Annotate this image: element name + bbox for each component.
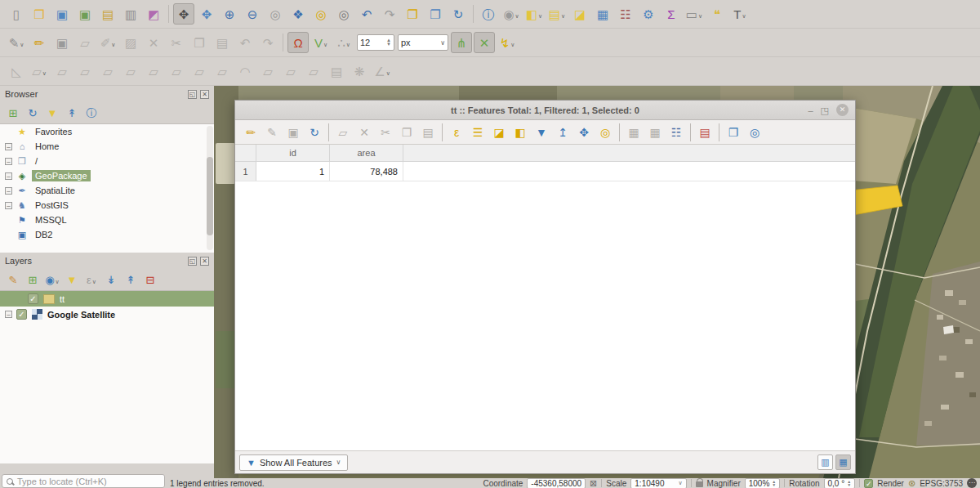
map-tips[interactable]: ❝ — [706, 3, 728, 25]
minimize-button[interactable]: – — [808, 105, 813, 116]
browser-item-db2[interactable]: ▣DB2 — [0, 227, 214, 242]
pan-to-selection[interactable]: ✥ — [196, 3, 217, 25]
deselect-all-layers[interactable]: ◪ — [569, 3, 590, 25]
manage-map-themes[interactable]: ◉∨ — [43, 271, 61, 289]
cell-id[interactable]: 1 — [256, 162, 330, 181]
show-bookmarks[interactable]: ❐ — [425, 3, 446, 25]
topological-editing[interactable]: ⋔ — [451, 32, 472, 53]
layer-google-satellite[interactable]: –✓Google Satellite — [0, 307, 214, 322]
style-manager[interactable]: ◩ — [143, 3, 164, 25]
new-print-layout[interactable]: ▤ — [97, 3, 118, 25]
browser-close-button[interactable]: ✕ — [200, 90, 209, 99]
filter-browser[interactable]: ▼ — [43, 104, 61, 122]
current-edits[interactable]: ✎∨ — [6, 32, 27, 53]
spinner-arrows-icon[interactable]: ▲▼ — [772, 480, 776, 486]
collapse-all[interactable]: ↟ — [63, 104, 81, 122]
expander-icon[interactable]: – — [5, 202, 12, 209]
zoom-out[interactable]: ⊖ — [242, 3, 263, 25]
browser-item-spatialite[interactable]: –✒SpatiaLite — [0, 183, 214, 198]
zoom-to-layer[interactable]: ◎ — [333, 3, 354, 25]
zoom-full[interactable]: ❖ — [287, 3, 309, 25]
table-view-toggle[interactable]: ▦ — [835, 454, 851, 470]
browser-item-postgis[interactable]: –♞PostGIS — [0, 198, 214, 213]
field-calculator[interactable]: ☷ — [615, 3, 636, 25]
layer-visibility-checkbox[interactable]: ✓ — [16, 309, 27, 320]
move-selection-to-top[interactable]: ↥ — [553, 123, 572, 142]
crs-indicator[interactable]: EPSG:3753 — [920, 479, 963, 488]
magnifier-spinbox[interactable]: 100% ▲▼ — [745, 478, 781, 488]
cell-area[interactable]: 78,488 — [330, 162, 403, 181]
invert-selection[interactable]: ◪ — [489, 123, 509, 142]
deselect-all[interactable]: ◧ — [510, 123, 530, 142]
expander-icon[interactable]: – — [5, 187, 12, 195]
select-features-by-value[interactable]: ▤∨ — [546, 3, 568, 25]
expander-icon[interactable]: – — [5, 172, 12, 180]
zoom-native[interactable]: ◎ — [265, 3, 286, 25]
show-statistics[interactable]: Σ — [661, 3, 682, 25]
actions-button[interactable]: ◎ — [745, 123, 764, 142]
save-layer-edits[interactable]: ▣ — [51, 32, 73, 53]
filter-select-form[interactable]: ▼ — [532, 123, 551, 142]
browser-item-mssql[interactable]: ⚑MSSQL — [0, 213, 214, 227]
form-view-toggle[interactable]: ▥ — [817, 454, 833, 470]
filter-legend[interactable]: ▼ — [63, 271, 81, 289]
collapse-all-layers[interactable]: ↟ — [122, 271, 140, 289]
toggle-editing[interactable]: ✏ — [29, 32, 50, 53]
locator-input[interactable]: Type to locate (Ctrl+K) — [2, 474, 165, 488]
zoom-next[interactable]: ↷ — [379, 3, 400, 25]
save-project[interactable]: ▣ — [51, 3, 73, 25]
browser-item-home[interactable]: –⌂Home — [0, 139, 214, 154]
identify-features[interactable]: ⓘ — [478, 3, 499, 25]
table-row[interactable]: 1178,488 — [235, 162, 855, 181]
run-feature-action[interactable]: ◉∨ — [501, 3, 522, 25]
globe-icon[interactable]: ⊛ — [908, 479, 915, 488]
open-project[interactable]: ❒ — [29, 3, 50, 25]
zoom-in[interactable]: ⊕ — [219, 3, 240, 25]
column-header-area[interactable]: area — [330, 145, 403, 161]
snapping-on-intersection[interactable]: ✕ — [474, 32, 495, 53]
select-by-expression[interactable]: ε — [447, 123, 466, 142]
expander-icon[interactable]: – — [5, 158, 12, 165]
layer-visibility-checkbox[interactable]: ✓ — [28, 293, 38, 304]
processing-toolbox[interactable]: ⚙ — [638, 3, 659, 25]
browser-item-root[interactable]: –❒/ — [0, 154, 214, 168]
reload-table[interactable]: ↻ — [305, 123, 324, 142]
table-toggle-editing[interactable]: ✏ — [241, 123, 261, 142]
snapping-units-select[interactable]: px∨ — [398, 34, 448, 51]
column-header-id[interactable]: id — [256, 145, 330, 161]
add-group[interactable]: ⊞ — [24, 271, 42, 289]
browser-float-button[interactable]: ◱ — [188, 90, 197, 99]
snapping-tolerance-type[interactable]: ∴∨ — [333, 32, 354, 53]
save-project-as[interactable]: ▣ — [74, 3, 96, 25]
table-corner[interactable] — [235, 145, 256, 161]
lock-icon[interactable] — [696, 481, 703, 487]
expander-icon[interactable]: – — [5, 311, 12, 318]
expand-all[interactable]: ↡ — [102, 271, 120, 289]
refresh-browser[interactable]: ↻ — [24, 104, 42, 122]
messages-log-icon[interactable]: ⋯ — [967, 478, 977, 488]
zoom-to-selected[interactable]: ◎ — [595, 123, 615, 142]
dock-attribute-table[interactable]: ❐ — [724, 123, 743, 142]
open-attribute-table[interactable]: ▦ — [592, 3, 613, 25]
coordinate-value[interactable]: -45360,58000 — [527, 478, 586, 488]
feature-filter-button[interactable]: ▼ Show All Features ∨ — [239, 454, 348, 471]
row-header[interactable]: 1 — [235, 162, 256, 181]
zoom-last[interactable]: ↶ — [356, 3, 377, 25]
extents-toggle-icon[interactable]: ⊠ — [590, 479, 597, 488]
open-field-calculator[interactable]: ☷ — [666, 123, 686, 142]
enable-tracing[interactable]: ↯∨ — [497, 32, 518, 53]
layers-float-button[interactable]: ◱ — [188, 257, 197, 266]
scale-combobox[interactable]: 1:10490 ∨ — [630, 478, 686, 488]
browser-item-favorites[interactable]: ★Favorites — [0, 124, 214, 139]
add-selected-layers[interactable]: ⊞ — [4, 104, 22, 122]
snapping-mode[interactable]: V∨ — [310, 32, 332, 53]
filter-by-expression[interactable]: ε∨ — [82, 271, 100, 289]
text-annotation[interactable]: T∨ — [729, 3, 751, 25]
zoom-to-selection[interactable]: ◎ — [310, 3, 332, 25]
expander-icon[interactable]: – — [5, 143, 12, 150]
select-all[interactable]: ☰ — [468, 123, 488, 142]
layer-tt[interactable]: ✓tt — [0, 291, 214, 307]
pan-map[interactable]: ✥ — [173, 3, 194, 25]
dialog-titlebar[interactable]: tt :: Features Total: 1, Filtered: 1, Se… — [235, 101, 855, 120]
spinner-arrows-icon[interactable]: ▲▼ — [847, 480, 851, 486]
